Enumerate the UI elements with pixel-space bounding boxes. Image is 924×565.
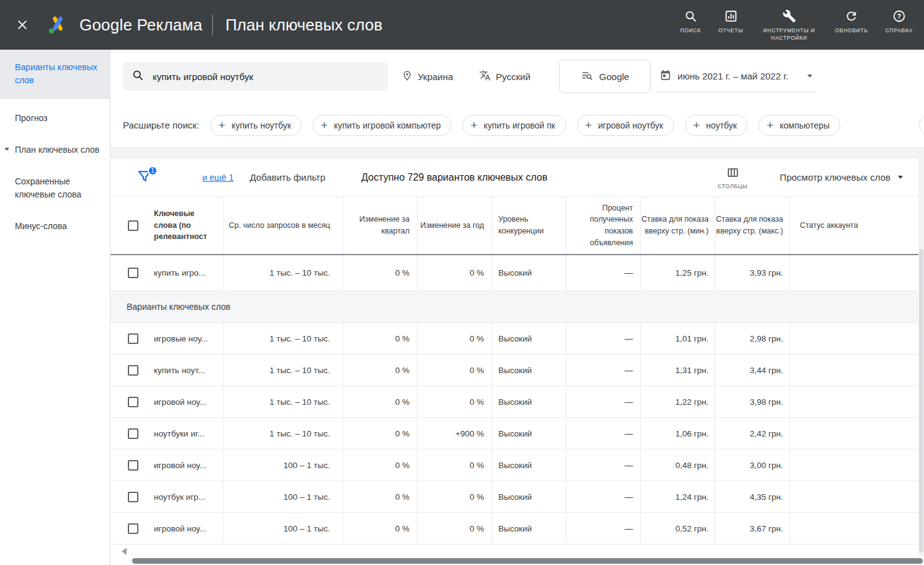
section-label: Варианты ключевых слов: [127, 302, 230, 312]
chevron-down-icon: [807, 75, 812, 78]
row-checkbox[interactable]: [128, 492, 138, 502]
keyword-chip[interactable]: + купить ноутбук: [210, 115, 302, 136]
topbar-left: Google Реклама План ключевых слов: [15, 14, 382, 36]
keyword-chip[interactable]: + купить игровой компьютер: [313, 115, 451, 136]
network-label: Google: [599, 71, 629, 82]
competition-cell: Высокий: [492, 450, 567, 481]
help-button[interactable]: ? СПРАВКА: [886, 9, 913, 35]
account-status-cell: [790, 481, 918, 512]
tools-settings-button[interactable]: ИНСТРУМЕНТЫ И НАСТРОЙКИ: [761, 9, 818, 42]
vertical-scrollbar-thumb[interactable]: [919, 249, 923, 553]
more-filters-link[interactable]: и ещё 1: [202, 173, 233, 183]
close-icon[interactable]: [15, 17, 30, 32]
reports-button[interactable]: ОТЧЕТЫ: [719, 9, 743, 35]
refresh-button[interactable]: ОБНОВИТЬ: [835, 9, 868, 35]
view-selector-label: Просмотр ключевых слов: [780, 172, 890, 183]
topbar: Google Реклама План ключевых слов ПОИСК …: [0, 0, 924, 50]
chevron-down-icon: [4, 148, 9, 151]
calendar-icon: [660, 70, 671, 83]
location-label: Украина: [418, 71, 453, 82]
google-ads-logo: [46, 14, 70, 36]
plus-icon: +: [693, 119, 700, 131]
select-all-checkbox[interactable]: [128, 220, 138, 231]
checkbox-cell: [110, 418, 149, 449]
header-bid-high[interactable]: Ставка для показа вверху стр. (макс.): [715, 197, 790, 254]
header-keyword[interactable]: Ключевые слова (по релевантност: [149, 197, 223, 254]
bid-low-cell: 1,06 грн.: [641, 418, 715, 449]
keyword-chip-cutoff[interactable]: [919, 114, 924, 135]
impression-share-cell: —: [567, 255, 641, 291]
horizontal-scrollbar: [110, 556, 924, 565]
header-year-change[interactable]: Изменение за год: [418, 197, 492, 254]
vertical-scrollbar[interactable]: [918, 158, 924, 556]
header-impression-share[interactable]: Процент полученных показов объявления: [567, 197, 641, 254]
language-selector[interactable]: Русский: [479, 70, 531, 83]
brand-name: Google Реклама: [79, 16, 202, 35]
view-selector[interactable]: Просмотр ключевых слов: [780, 172, 903, 183]
row-checkbox[interactable]: [128, 333, 138, 344]
filter-bar: 1 и ещё 1 Добавить фильтр Доступно 729 в…: [110, 158, 924, 197]
impression-share-cell: —: [567, 323, 641, 354]
keyword-chip[interactable]: + ноутбук: [685, 115, 748, 136]
scroll-left-icon[interactable]: [122, 548, 127, 555]
row-checkbox[interactable]: [128, 460, 138, 471]
volume-cell: 1 тыс. – 10 тыс.: [223, 255, 343, 291]
quarter-change-cell: 0 %: [343, 355, 418, 386]
header-competition[interactable]: Уровень конкуренции: [492, 197, 567, 254]
keyword-chip[interactable]: + купить игровой пк: [462, 115, 565, 136]
horizontal-scrollbar-thumb[interactable]: [132, 558, 923, 564]
sidebar-item[interactable]: План ключевых слов: [0, 134, 110, 166]
table-row: игровой ноу... 100 – 1 тыс. 0 % 0 % Высо…: [110, 513, 918, 545]
row-checkbox[interactable]: [128, 523, 138, 534]
add-filter-button[interactable]: Добавить фильтр: [249, 172, 325, 183]
impression-share-cell: —: [567, 513, 641, 544]
svg-text:?: ?: [897, 12, 901, 19]
sidebar-item[interactable]: Минус-слова: [0, 210, 110, 242]
checkbox-cell: [110, 255, 149, 291]
chip-label: ноутбук: [706, 120, 737, 130]
sidebar-item[interactable]: Сохраненные ключевые слова: [0, 166, 110, 210]
horizontal-scrollbar-track[interactable]: [130, 558, 924, 564]
header-account-status[interactable]: Статус аккаунта: [790, 197, 918, 254]
keyword-cell: игровые ноу...: [149, 323, 223, 354]
chip-label: компьютеры: [780, 120, 830, 130]
checkbox-cell: [110, 481, 149, 512]
keyword-chip[interactable]: + игровой ноутбук: [577, 115, 674, 136]
impression-share-cell: —: [567, 355, 641, 386]
year-change-cell: 0 %: [418, 386, 492, 417]
date-range-selector[interactable]: июнь 2021 г. – май 2022 г.: [656, 60, 816, 93]
section-gap: [110, 147, 924, 158]
keyword-cell: купить игро...: [149, 255, 223, 291]
sidebar-item[interactable]: Варианты ключевых слов: [0, 50, 110, 99]
header-quarter-change[interactable]: Изменение за квартал: [343, 197, 418, 254]
wrench-icon: [783, 9, 796, 23]
keyword-chip[interactable]: + компьютеры: [758, 115, 840, 136]
header-volume[interactable]: Ср. число запросов в месяц: [223, 197, 343, 254]
search-action-button[interactable]: ПОИСК: [680, 9, 701, 35]
checkbox-cell: [110, 323, 149, 354]
plan-controls-row: Украина Русский Google июнь 2021 г. – ма…: [110, 50, 924, 103]
network-selector[interactable]: Google: [559, 60, 651, 93]
row-checkbox[interactable]: [128, 397, 138, 407]
location-pin-icon: [401, 70, 413, 83]
row-checkbox[interactable]: [128, 365, 138, 376]
filter-funnel-button[interactable]: 1: [137, 168, 156, 187]
row-checkbox[interactable]: [128, 428, 138, 439]
date-range-label: июнь 2021 г. – май 2022 г.: [678, 71, 788, 81]
year-change-cell: 0 %: [418, 513, 492, 544]
sidebar-item[interactable]: Прогноз: [0, 102, 110, 134]
table-row: ноутбук игр... 100 – 1 тыс. 0 % 0 % Высо…: [110, 481, 918, 513]
keyword-search-input[interactable]: [151, 71, 379, 83]
seed-keyword-rows: купить игро... 1 тыс. – 10 тыс. 0 % 0 % …: [110, 255, 918, 291]
bid-low-cell: 1,01 грн.: [641, 323, 715, 354]
columns-button[interactable]: СТОЛБЦЫ: [717, 166, 747, 189]
chip-label: купить ноутбук: [231, 120, 291, 130]
location-selector[interactable]: Украина: [401, 70, 453, 83]
account-status-cell: [790, 418, 918, 449]
header-bid-low[interactable]: Ставка для показа вверху стр. (мин.): [641, 197, 715, 254]
bid-low-cell: 1,22 грн.: [641, 386, 715, 417]
row-checkbox[interactable]: [128, 268, 138, 278]
keyword-search-box[interactable]: [123, 62, 388, 91]
competition-cell: Высокий: [492, 481, 567, 512]
volume-cell: 100 – 1 тыс.: [223, 450, 343, 481]
